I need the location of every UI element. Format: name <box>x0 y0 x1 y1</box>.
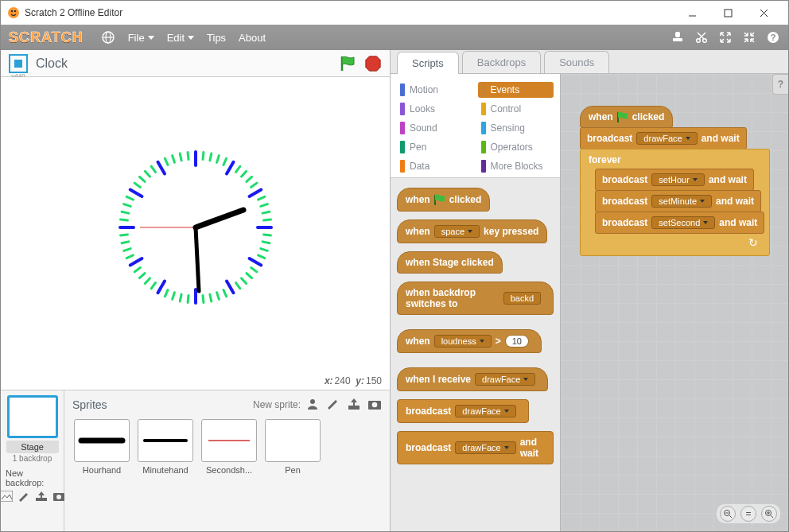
category-more-blocks[interactable]: More Blocks <box>478 158 554 174</box>
category-swatch <box>400 103 405 115</box>
stop-button[interactable] <box>364 55 382 72</box>
sprite-library-button[interactable] <box>305 398 320 413</box>
shrink-tool-button[interactable] <box>742 30 756 45</box>
svg-line-62 <box>122 242 129 243</box>
script-stack[interactable]: whenclicked broadcastdrawFaceand wait fo… <box>580 106 770 256</box>
block-forever[interactable]: forever broadcastsetHourand waitbroadcas… <box>580 149 770 256</box>
language-globe-button[interactable] <box>101 30 115 45</box>
zoom-out-button[interactable] <box>720 506 736 522</box>
tab-sounds-label: Sounds <box>559 56 594 68</box>
sprite-hourhand[interactable]: Hourhand <box>72 419 131 475</box>
palette-when-loudness-gt[interactable]: whenloudness>10 <box>397 329 542 353</box>
svg-line-65 <box>120 219 127 220</box>
stamp-tool-button[interactable] <box>670 30 685 45</box>
question-icon: ? <box>778 79 783 90</box>
menu-about[interactable]: About <box>239 32 266 44</box>
tab-backdrops[interactable]: Backdrops <box>462 51 541 73</box>
category-operators[interactable]: Operators <box>478 139 554 155</box>
tab-backdrops-label: Backdrops <box>477 56 526 68</box>
category-label: More Blocks <box>491 161 543 172</box>
category-looks[interactable]: Looks <box>397 101 473 117</box>
sprite-pen[interactable]: Pen <box>263 419 322 475</box>
grow-tool-button[interactable] <box>718 30 733 45</box>
scissors-tool-button[interactable] <box>694 30 709 45</box>
palette-when-flag-clicked[interactable]: whenclicked <box>397 188 490 212</box>
palette-when-stage-clicked[interactable]: when Stage clicked <box>397 251 503 274</box>
globe-icon <box>101 30 115 45</box>
category-label: Sensing <box>491 122 525 134</box>
palette-when-backdrop-switches[interactable]: when backdrop switches tobackd <box>397 282 554 315</box>
menu-edit[interactable]: Edit <box>167 32 194 44</box>
svg-line-22 <box>216 155 219 162</box>
zoom-reset-button[interactable]: = <box>740 506 756 522</box>
zoom-in-icon <box>764 509 774 518</box>
svg-line-27 <box>246 177 251 181</box>
zoom-in-button[interactable] <box>761 506 777 522</box>
project-title[interactable]: Clock <box>36 56 339 71</box>
sensor-dropdown[interactable]: loudness <box>434 335 492 348</box>
block-broadcast-wait[interactable]: broadcastsetMinuteand wait <box>595 190 761 212</box>
sprite-minutehand[interactable]: Minutehand <box>136 419 195 475</box>
y-value: 150 <box>366 375 382 386</box>
palette-when-receive[interactable]: when I receivedrawFace <box>397 367 548 391</box>
message-dropdown[interactable]: drawFace <box>455 441 515 454</box>
category-sound[interactable]: Sound <box>397 120 473 136</box>
window-close-button[interactable] <box>746 2 782 24</box>
category-swatch <box>400 83 405 96</box>
help-drawer-toggle[interactable]: ? <box>772 74 788 95</box>
category-sensing[interactable]: Sensing <box>478 120 554 136</box>
message-dropdown[interactable]: drawFace <box>455 405 515 417</box>
scripts-area[interactable]: ? whenclicked broadcastdrawFaceand wait … <box>561 74 788 531</box>
arrows-out-icon <box>719 31 732 44</box>
svg-line-70 <box>134 183 140 187</box>
message-dropdown[interactable]: setSecond <box>651 216 715 229</box>
message-dropdown[interactable]: setHour <box>651 173 705 186</box>
green-flag-icon <box>433 193 447 206</box>
tab-sounds[interactable]: Sounds <box>544 51 609 73</box>
block-broadcast-wait[interactable]: broadcastsetSecondand wait <box>595 212 764 234</box>
block-broadcast-wait[interactable]: broadcastsetHourand wait <box>595 169 754 191</box>
category-swatch <box>400 141 405 153</box>
stage-thumbnail[interactable] <box>7 395 58 438</box>
threshold-input[interactable]: 10 <box>505 335 529 348</box>
green-flag-button[interactable] <box>339 54 358 73</box>
svg-line-43 <box>235 282 239 288</box>
menu-tips[interactable]: Tips <box>207 32 226 44</box>
palette-broadcast-wait[interactable]: broadcastdrawFaceand wait <box>397 431 554 464</box>
category-events[interactable]: Events <box>478 82 554 98</box>
category-motion[interactable]: Motion <box>397 82 473 98</box>
help-tool-button[interactable]: ? <box>766 30 780 45</box>
category-pen[interactable]: Pen <box>397 139 473 155</box>
window-minimize-button[interactable] <box>674 2 710 24</box>
block-palette: whenclicked whenspacekey pressed when St… <box>391 178 560 531</box>
fullscreen-button[interactable]: v440 <box>9 54 28 73</box>
block-when-flag-clicked[interactable]: whenclicked <box>580 106 673 128</box>
category-control[interactable]: Control <box>478 101 554 117</box>
sprite-secondhand[interactable]: Secondsh... <box>200 419 258 475</box>
message-dropdown[interactable]: setMinute <box>651 195 712 208</box>
backdrop-library-button[interactable] <box>0 491 13 504</box>
backdrop-paint-button[interactable] <box>17 491 30 504</box>
window-maximize-button[interactable] <box>710 2 746 24</box>
block-broadcast-drawface-wait[interactable]: broadcastdrawFaceand wait <box>580 127 747 150</box>
sprite-camera-button[interactable] <box>367 398 382 413</box>
backdrop-dropdown[interactable]: backd <box>503 292 541 305</box>
menu-file[interactable]: File <box>128 32 154 44</box>
svg-line-60 <box>126 255 133 258</box>
tab-scripts[interactable]: Scripts <box>397 52 459 74</box>
palette-when-key-pressed[interactable]: whenspacekey pressed <box>397 219 547 243</box>
message-dropdown[interactable]: drawFace <box>475 373 535 386</box>
backdrop-upload-button[interactable] <box>35 491 48 504</box>
message-dropdown[interactable]: drawFace <box>636 132 697 145</box>
palette-broadcast[interactable]: broadcastdrawFace <box>397 399 529 423</box>
svg-line-54 <box>157 281 165 293</box>
backdrop-camera-button[interactable] <box>52 491 65 504</box>
svg-line-21 <box>209 153 211 161</box>
sprite-paint-button[interactable] <box>326 398 340 413</box>
stage-canvas[interactable]: x:240 y:150 <box>1 77 390 390</box>
svg-line-40 <box>251 267 256 271</box>
key-dropdown[interactable]: space <box>434 225 480 238</box>
sprite-upload-button[interactable] <box>347 398 361 413</box>
category-data[interactable]: Data <box>397 158 473 174</box>
svg-line-57 <box>139 273 145 278</box>
